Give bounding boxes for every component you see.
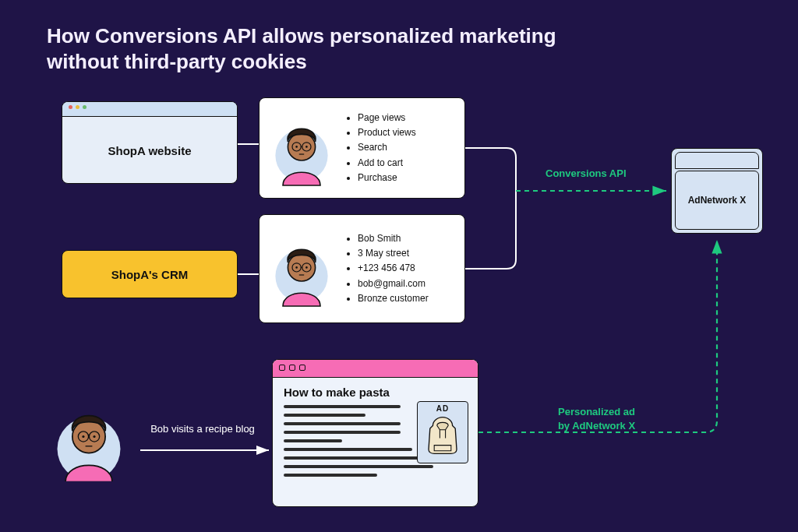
list-item: Search: [358, 140, 416, 155]
shopa-website-label: ShopA website: [62, 117, 237, 184]
blog-window: How to make pasta AD: [272, 359, 478, 507]
window-dots-icon: [279, 365, 305, 371]
events-list: Page views Product views Search Add to c…: [344, 111, 416, 185]
events-card: Page views Product views Search Add to c…: [259, 97, 465, 199]
list-item: Product views: [358, 125, 416, 140]
shopa-crm-label: ShopA's CRM: [111, 268, 189, 281]
blog-ad-slot: AD: [417, 401, 468, 463]
adnetwork-header: [675, 152, 759, 169]
svg-point-6: [305, 146, 308, 148]
title-line-2: without third-party cookies: [47, 49, 592, 75]
adnetwork-label: AdNetwork X: [688, 195, 747, 206]
personalized-ad-label: Personalized ad by AdNetwork X: [540, 405, 653, 432]
shopa-crm-card: ShopA's CRM: [62, 250, 238, 298]
adnetwork-card: AdNetwork X: [671, 148, 763, 234]
list-item: Bob Smith: [358, 231, 429, 246]
ad-label: AD: [436, 404, 449, 413]
hoodie-icon: [422, 413, 464, 458]
title-line-1: How Conversions API allows personalized …: [47, 23, 592, 49]
list-item: Page views: [358, 111, 416, 125]
blog-title: How to make pasta: [284, 386, 468, 399]
bob-visits-label: Bob visits a recipe blog: [144, 423, 261, 435]
avatar-icon: [55, 397, 123, 481]
svg-point-5: [295, 146, 298, 148]
list-item: Purchase: [358, 171, 416, 185]
list-item: bob@gmail.com: [358, 277, 429, 291]
list-item: +123 456 478: [358, 261, 429, 276]
shopa-website-card: ShopA website: [62, 101, 238, 184]
list-item: Add to cart: [358, 156, 416, 171]
list-item: Bronze customer: [358, 291, 429, 306]
window-titlebar: [273, 360, 478, 378]
blog-text-placeholder: [284, 405, 401, 477]
conversions-api-label: Conversions API: [546, 167, 627, 179]
crm-data-card: Bob Smith 3 May street +123 456 478 bob@…: [259, 214, 465, 323]
svg-point-13: [305, 266, 308, 269]
svg-point-12: [295, 266, 298, 269]
bob-avatar: [55, 397, 140, 506]
window-dots-icon: [69, 105, 87, 109]
avatar-icon: [270, 230, 333, 308]
svg-point-19: [82, 435, 84, 438]
list-item: 3 May street: [358, 246, 429, 261]
avatar-icon: [270, 109, 333, 187]
crm-list: Bob Smith 3 May street +123 456 478 bob@…: [344, 231, 429, 306]
diagram-title: How Conversions API allows personalized …: [47, 23, 592, 74]
svg-point-20: [93, 435, 95, 438]
window-titlebar: [62, 102, 237, 117]
